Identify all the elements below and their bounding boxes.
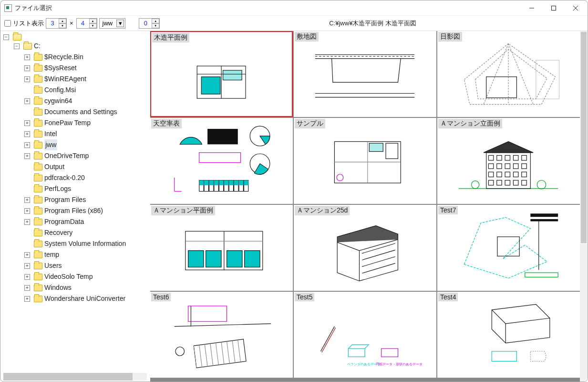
expand-icon[interactable]: + — [24, 142, 30, 148]
tree-item[interactable]: System Volume Information — [3, 238, 149, 249]
thumbnail-cell[interactable]: 木造平面例 — [150, 31, 293, 117]
tree-item[interactable]: +Windows — [3, 282, 149, 293]
thumbnail-cell[interactable]: Test5 ベランダのあるデータ 円弧データ・形状のあるデータ — [294, 292, 436, 378]
rows-input[interactable] — [77, 19, 89, 28]
rows-spinner[interactable]: ▲ ▼ — [76, 18, 97, 29]
thumbnail-cell[interactable]: 敷地図 — [294, 31, 436, 117]
tree-item[interactable]: Output — [3, 161, 149, 172]
zero-input[interactable] — [139, 19, 152, 28]
tree-item[interactable]: Documents and Settings — [3, 106, 149, 117]
tree-item-label[interactable]: Config.Msi — [44, 85, 76, 96]
tree-item[interactable]: +VideoSolo Temp — [3, 271, 149, 282]
tree-item-label[interactable]: OneDriveTemp — [44, 150, 89, 161]
tree-item[interactable]: +Intel — [3, 128, 149, 139]
thumbnail-cell[interactable]: 天空率表 — [150, 118, 293, 204]
tree-item-label[interactable]: $SysReset — [44, 63, 77, 74]
thumbnail-cell[interactable]: Ａマンション平面例 — [150, 205, 293, 291]
vertical-scrollbar[interactable] — [580, 31, 588, 382]
collapse-icon[interactable]: − — [14, 43, 20, 49]
rows-up[interactable]: ▲ — [89, 19, 97, 23]
tree-item-label[interactable]: FonePaw Temp — [44, 117, 91, 128]
tree-item[interactable]: +Wondershare UniConverter — [3, 293, 149, 304]
cols-spinner[interactable]: ▲ ▼ — [46, 18, 67, 29]
collapse-icon[interactable]: − — [3, 34, 9, 40]
tree-item[interactable]: +OneDriveTemp — [3, 150, 149, 161]
tree-item[interactable]: +$Recycle.Bin — [3, 52, 149, 63]
thumbnail-cell[interactable]: Test4 — [437, 292, 580, 378]
tree-item-label[interactable]: Program Files (x86) — [44, 205, 103, 216]
tree-item-label[interactable]: Output — [44, 161, 64, 172]
tree-item[interactable]: PerfLogs — [3, 183, 149, 194]
tree-item[interactable]: +Program Files (x86) — [3, 205, 149, 216]
tree-item-label[interactable]: temp — [44, 249, 59, 260]
tree-item-label[interactable]: cygwin64 — [44, 96, 72, 106]
expand-icon[interactable]: + — [24, 197, 30, 203]
tree-item[interactable]: +cygwin64 — [3, 96, 149, 106]
tree-item-label[interactable]: System Volume Information — [44, 238, 126, 249]
tree-item-label[interactable]: $Recycle.Bin — [44, 52, 83, 63]
tree-item[interactable]: Recovery — [3, 227, 149, 238]
tree-item[interactable]: +ProgramData — [3, 216, 149, 227]
tree-item[interactable]: Config.Msi — [3, 85, 149, 96]
list-view-toggle[interactable]: リスト表示 — [4, 19, 44, 28]
tree-item-label[interactable]: $WinREAgent — [44, 74, 86, 85]
thumbnail-cell[interactable]: Test6 — [150, 292, 293, 378]
scrollbar-thumb[interactable] — [581, 32, 587, 243]
tree-item-label[interactable]: pdfcrack-0.20 — [44, 172, 85, 183]
zero-spinner[interactable]: ▲ ▼ — [139, 18, 160, 29]
maximize-button[interactable] — [543, 1, 565, 15]
expand-icon[interactable]: + — [24, 54, 30, 60]
tree-item[interactable]: +jww — [3, 139, 149, 150]
tree-item-label[interactable]: C: — [34, 41, 41, 52]
expand-icon[interactable]: + — [24, 208, 30, 214]
tree-horizontal-scrollbar[interactable] — [3, 373, 147, 381]
zero-up[interactable]: ▲ — [152, 19, 159, 23]
cols-input[interactable] — [46, 19, 59, 28]
tree-item-label[interactable]: Documents and Settings — [44, 106, 117, 117]
tree-item[interactable]: +temp — [3, 249, 149, 260]
expand-icon[interactable]: + — [24, 252, 30, 258]
thumbnail-cell[interactable]: サンプル — [294, 118, 436, 204]
tree-item-label[interactable]: jww — [44, 139, 57, 150]
tree-item-label[interactable]: Users — [44, 260, 62, 271]
minimize-button[interactable] — [521, 1, 543, 15]
tree-item[interactable]: +Users — [3, 260, 149, 271]
expand-icon[interactable]: + — [24, 131, 30, 137]
expand-icon[interactable]: + — [24, 120, 30, 126]
tree-item-label[interactable]: Program Files — [44, 194, 86, 205]
tree-item-label[interactable]: PerfLogs — [44, 183, 71, 194]
tree-item-label[interactable]: ProgramData — [44, 216, 84, 227]
cols-up[interactable]: ▲ — [59, 19, 66, 23]
close-button[interactable] — [565, 1, 587, 15]
tree-item-label[interactable]: Windows — [44, 282, 72, 293]
tree-item[interactable]: +$WinREAgent — [3, 74, 149, 85]
thumbnail-cell[interactable]: Ａマンション立面例 — [437, 118, 580, 204]
tree-item[interactable]: +$SysReset — [3, 63, 149, 74]
expand-icon[interactable]: + — [24, 274, 30, 280]
chevron-down-icon[interactable]: ▾ — [116, 20, 124, 27]
expand-icon[interactable]: + — [24, 263, 30, 269]
tree-item[interactable]: +Program Files — [3, 194, 149, 205]
zero-down[interactable]: ▼ — [152, 23, 159, 28]
ext-combo[interactable]: jww ▾ — [99, 18, 126, 29]
expand-icon[interactable]: + — [24, 98, 30, 104]
tree-item-label[interactable]: VideoSolo Temp — [44, 271, 93, 282]
thumbnail-cell[interactable]: Test7 — [437, 205, 580, 291]
list-view-checkbox[interactable] — [4, 20, 11, 27]
cols-down[interactable]: ▼ — [59, 23, 66, 28]
expand-icon[interactable]: + — [24, 153, 30, 159]
tree-item[interactable]: pdfcrack-0.20 — [3, 172, 149, 183]
scrollbar-thumb[interactable] — [3, 373, 133, 381]
expand-icon[interactable]: + — [24, 296, 30, 302]
thumbnail-cell[interactable]: Ａマンション25d — [294, 205, 436, 291]
rows-down[interactable]: ▼ — [89, 23, 97, 28]
expand-icon[interactable]: + — [24, 285, 30, 291]
tree-item-label[interactable]: Wondershare UniConverter — [44, 293, 125, 304]
tree-item-label[interactable]: Recovery — [44, 227, 72, 238]
tree-item-label[interactable]: Intel — [44, 128, 57, 139]
expand-icon[interactable]: + — [24, 76, 30, 82]
expand-icon[interactable]: + — [24, 65, 30, 71]
thumbnail-cell[interactable]: 日影図 — [437, 31, 580, 117]
expand-icon[interactable]: + — [24, 219, 30, 225]
tree-item[interactable]: +FonePaw Temp — [3, 117, 149, 128]
